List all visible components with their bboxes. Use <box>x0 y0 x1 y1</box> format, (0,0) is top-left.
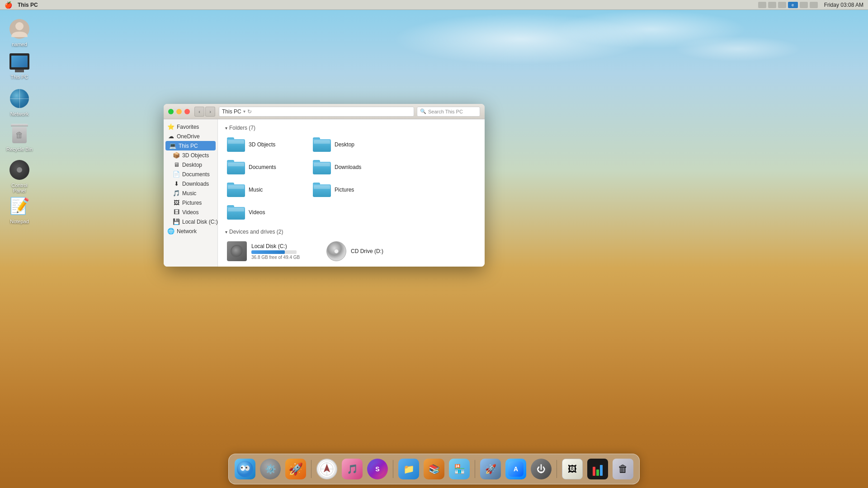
menubar-icon-5[interactable] <box>800 2 808 8</box>
folder-item-documents[interactable]: Documents <box>225 158 307 176</box>
dock-icon-trash[interactable]: 🗑 <box>611 457 635 481</box>
sidebar-item-videos[interactable]: 🎞 Videos <box>164 207 217 217</box>
sidebar-item-music[interactable]: 🎵 Music <box>164 188 217 198</box>
traffic-light-red[interactable] <box>184 109 190 114</box>
drive-bar-container-c <box>251 250 297 254</box>
apple-menu[interactable]: 🍎 <box>5 1 12 9</box>
dock-icon-siri[interactable]: S <box>366 457 389 481</box>
traffic-light-yellow[interactable] <box>176 109 182 114</box>
dock-icon-appstore[interactable]: A <box>504 457 528 481</box>
menubar-time: Friday 03:08 AM <box>824 2 863 8</box>
explorer-window: ‹ › This PC ▾ ↻ 🔍 Search This PC ⭐ Favor… <box>164 104 485 267</box>
desktop-icon-network[interactable]: Network <box>4 86 35 118</box>
drives-chevron[interactable]: ▾ <box>225 230 227 235</box>
music-icon: 🎵 <box>173 190 180 197</box>
folders-section-header[interactable]: ▾ Folders (7) <box>225 125 477 131</box>
drive-item-cd-drive-d[interactable]: CD Drive (D:) <box>325 239 415 263</box>
menubar-icon-3[interactable] <box>778 2 786 8</box>
search-bar[interactable]: 🔍 Search This PC <box>417 107 480 117</box>
folder-icon-3d-objects <box>227 137 245 152</box>
recycle-bin-icon: 🗑 <box>9 123 30 145</box>
sidebar-item-favorites-label: Favorites <box>177 124 199 130</box>
forward-button[interactable]: › <box>205 107 215 117</box>
launchpad-icon: 🚀 <box>285 459 306 479</box>
menubar-icon-4[interactable]: e <box>788 2 798 8</box>
dock-icon-store[interactable]: 🏪 <box>448 457 471 481</box>
sidebar-item-desktop[interactable]: 🖥 Desktop <box>164 160 217 169</box>
folder-item-pictures[interactable]: Pictures <box>311 181 392 199</box>
desktop-icon-this-pc[interactable]: This PC <box>4 49 35 81</box>
drives-section-header[interactable]: ▾ Devices and drives (2) <box>225 229 477 235</box>
folder-name-music: Music <box>249 187 263 193</box>
dock-icon-stats[interactable] <box>586 457 609 481</box>
dock-icon-finder[interactable] <box>233 457 257 481</box>
dock-divider-4 <box>557 460 557 478</box>
sidebar-item-local-disk[interactable]: 💾 Local Disk (C:) <box>164 217 217 226</box>
svg-text:A: A <box>514 465 518 473</box>
menubar-icon-2[interactable] <box>768 2 776 8</box>
folder-item-videos[interactable]: Videos <box>225 203 307 221</box>
preview-icon: 🖼 <box>562 459 583 479</box>
drive-info-local-c: Local Disk (C:) 36.8 GB free of 49.4 GB <box>251 243 300 260</box>
folder-icon-desktop <box>313 137 331 152</box>
drive-info-cd-d: CD Drive (D:) <box>351 248 383 254</box>
svg-point-6 <box>245 467 247 469</box>
power-icon: ⏻ <box>531 459 552 479</box>
svg-text:S: S <box>375 465 379 473</box>
folder-name-documents: Documents <box>249 164 276 170</box>
folders-chevron[interactable]: ▾ <box>225 126 227 131</box>
sidebar-item-pictures[interactable]: 🖼 Pictures <box>164 198 217 207</box>
sidebar-item-onedrive[interactable]: ☁ OneDrive <box>164 131 217 141</box>
favorites-icon: ⭐ <box>167 123 175 130</box>
folders-section-label: Folders (7) <box>229 125 255 131</box>
desktop-icon-notepad[interactable]: 📝 Notepad <box>4 193 35 226</box>
back-button[interactable]: ‹ <box>194 107 204 117</box>
folder-icon-downloads <box>313 160 331 174</box>
folder-icon-music <box>227 183 245 197</box>
desktop: 🍎 This PC e Friday 03:08 AM named <box>0 0 868 488</box>
desktop-icon-recycle-bin[interactable]: 🗑 Recycle Bin <box>4 121 35 154</box>
folder-item-desktop[interactable]: Desktop <box>311 136 392 154</box>
stats-bar-2 <box>596 469 599 476</box>
folder-item-downloads[interactable]: Downloads <box>311 158 392 176</box>
dock-icon-safari[interactable] <box>315 457 339 481</box>
desktop-icon-named[interactable]: named <box>4 16 35 49</box>
stats-bar-3 <box>600 465 603 476</box>
sidebar-item-favorites[interactable]: ⭐ Favorites <box>164 122 217 131</box>
rocket-icon: 🚀 <box>480 459 501 479</box>
main-content: ▾ Folders (7) 3D Objects <box>218 119 485 267</box>
folder-item-music[interactable]: Music <box>225 181 307 199</box>
stats-icon <box>587 459 608 479</box>
svg-point-1 <box>15 22 24 30</box>
dock-icon-launchpad[interactable]: 🚀 <box>284 457 307 481</box>
drive-item-local-disk-c[interactable]: Local Disk (C:) 36.8 GB free of 49.4 GB <box>225 239 316 263</box>
dock-icon-preview[interactable]: 🖼 <box>561 457 584 481</box>
traffic-light-green[interactable] <box>168 109 174 114</box>
address-bar[interactable]: This PC ▾ ↻ <box>219 107 414 117</box>
menubar-icon-1[interactable] <box>758 2 766 8</box>
menubar-right: e Friday 03:08 AM <box>758 2 863 8</box>
menubar: 🍎 This PC e Friday 03:08 AM <box>0 0 868 10</box>
folder-icon-pictures <box>313 183 331 197</box>
sidebar-item-3d-objects[interactable]: 📦 3D Objects <box>164 150 217 160</box>
menubar-icon-6[interactable] <box>810 2 818 8</box>
sidebar-item-this-pc[interactable]: 💻 This PC <box>165 141 216 150</box>
desktop-icon-control-panel[interactable]: Control Panel <box>4 157 35 195</box>
dock-divider-1 <box>311 460 311 478</box>
dock-icon-files[interactable]: 📁 <box>397 457 420 481</box>
sidebar-item-documents[interactable]: 📄 Documents <box>164 169 217 179</box>
dock-icon-system-prefs[interactable]: ⚙️ <box>259 457 282 481</box>
sidebar-item-network[interactable]: 🌐 Network <box>164 226 217 236</box>
sidebar-item-downloads-label: Downloads <box>182 181 209 187</box>
safari-icon <box>316 459 337 479</box>
dock-icon-itunes[interactable]: 🎵 <box>340 457 364 481</box>
dock-icon-rocket[interactable]: 🚀 <box>479 457 502 481</box>
pictures-icon: 🖼 <box>173 199 180 206</box>
downloads-icon: ⬇ <box>173 180 180 187</box>
control-panel-icon <box>9 159 30 181</box>
dock-icon-books[interactable]: 📚 <box>422 457 446 481</box>
dock-icon-power[interactable]: ⏻ <box>529 457 553 481</box>
sidebar-item-documents-label: Documents <box>182 171 210 178</box>
sidebar-item-downloads[interactable]: ⬇ Downloads <box>164 179 217 188</box>
folder-item-3d-objects[interactable]: 3D Objects <box>225 136 307 154</box>
